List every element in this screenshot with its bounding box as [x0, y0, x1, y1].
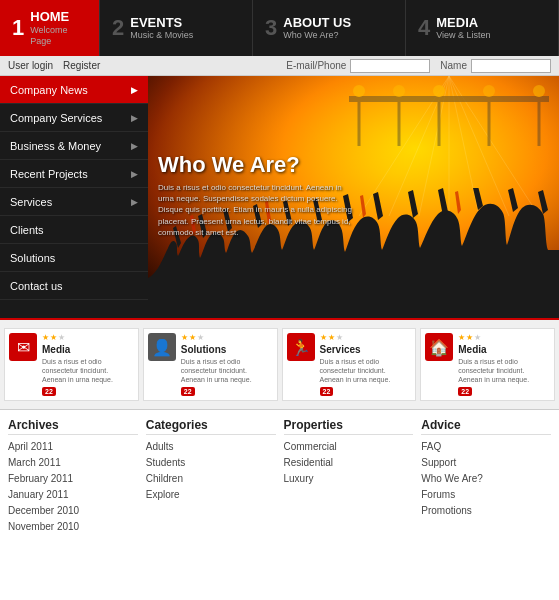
- nav-home[interactable]: 1 HOME Welcome Page: [0, 0, 100, 56]
- solutions-badge: 22: [181, 387, 195, 396]
- icon-box-services: 🏃 ★ ★ ★ Services Duis a risus et odio co…: [282, 328, 417, 401]
- archives-link-november[interactable]: November 2010: [8, 519, 138, 535]
- star-1: ★: [458, 333, 465, 342]
- footer-properties: Properties Commercial Residential Luxury: [284, 418, 414, 535]
- archives-link-january[interactable]: January 2011: [8, 487, 138, 503]
- email-input[interactable]: [350, 59, 430, 73]
- categories-link-children[interactable]: Children: [146, 471, 276, 487]
- categories-link-adults[interactable]: Adults: [146, 439, 276, 455]
- icon-box-media2-title: Media: [458, 344, 550, 355]
- archives-title: Archives: [8, 418, 138, 435]
- advice-link-whoweare[interactable]: Who We Are?: [421, 471, 551, 487]
- properties-link-residential[interactable]: Residential: [284, 455, 414, 471]
- advice-link-support[interactable]: Support: [421, 455, 551, 471]
- archives-link-april[interactable]: April 2011: [8, 439, 138, 455]
- icon-box-media2-text: Duis a risus et odio consectetur tincidu…: [458, 357, 550, 384]
- sidebar-label-clients: Clients: [10, 224, 44, 236]
- sidebar-item-business-money[interactable]: Business & Money ▶: [0, 132, 148, 160]
- star-1: ★: [42, 333, 49, 342]
- name-label: Name: [440, 60, 467, 71]
- stars-services: ★ ★ ★: [320, 333, 412, 342]
- media-badge: 22: [42, 387, 56, 396]
- archives-link-december[interactable]: December 2010: [8, 503, 138, 519]
- nav-events-number: 2: [112, 17, 124, 39]
- nav-home-number: 1: [12, 17, 24, 39]
- sidebar-item-company-services[interactable]: Company Services ▶: [0, 104, 148, 132]
- main-layout: Company News ▶ Company Services ▶ Busine…: [0, 76, 559, 318]
- chevron-right-icon: ▶: [131, 141, 138, 151]
- icon-box-solutions: 👤 ★ ★ ★ Solutions Duis a risus et odio c…: [143, 328, 278, 401]
- home-icon: 🏠: [425, 333, 453, 361]
- icon-box-services-title: Services: [320, 344, 412, 355]
- nav-media-title: MEDIA: [436, 15, 490, 31]
- register-link[interactable]: Register: [63, 60, 100, 71]
- stars-media: ★ ★ ★: [42, 333, 134, 342]
- nav-media[interactable]: 4 MEDIA View & Listen: [406, 0, 559, 56]
- hero-text-block: Who We Are? Duis a risus et odio consect…: [158, 152, 358, 238]
- sidebar-item-company-news[interactable]: Company News ▶: [0, 76, 148, 104]
- nav-media-subtitle: View & Listen: [436, 30, 490, 41]
- email-group: E-mail/Phone: [286, 59, 430, 73]
- person-icon: 👤: [148, 333, 176, 361]
- star-2: ★: [50, 333, 57, 342]
- name-input[interactable]: [471, 59, 551, 73]
- footer-columns: Archives April 2011 March 2011 February …: [0, 410, 559, 539]
- sidebar-label-company-services: Company Services: [10, 112, 102, 124]
- star-3: ★: [474, 333, 481, 342]
- nav-events-subtitle: Music & Movies: [130, 30, 193, 41]
- properties-link-luxury[interactable]: Luxury: [284, 471, 414, 487]
- footer-advice: Advice FAQ Support Who We Are? Forums Pr…: [421, 418, 551, 535]
- star-2: ★: [189, 333, 196, 342]
- properties-title: Properties: [284, 418, 414, 435]
- icon-box-solutions-text: Duis a risus et odio consectetur tincidu…: [181, 357, 273, 384]
- star-3: ★: [336, 333, 343, 342]
- nav-home-title: HOME: [30, 9, 87, 25]
- footer-categories: Categories Adults Students Children Expl…: [146, 418, 276, 535]
- nav-media-number: 4: [418, 17, 430, 39]
- sidebar-label-recent-projects: Recent Projects: [10, 168, 88, 180]
- nav-about-number: 3: [265, 17, 277, 39]
- chevron-right-icon: ▶: [131, 197, 138, 207]
- star-1: ★: [320, 333, 327, 342]
- advice-link-faq[interactable]: FAQ: [421, 439, 551, 455]
- sidebar: Company News ▶ Company Services ▶ Busine…: [0, 76, 148, 318]
- svg-point-17: [533, 85, 545, 97]
- user-login-link[interactable]: User login: [8, 60, 53, 71]
- hero-section: Who We Are? Duis a risus et odio consect…: [148, 76, 559, 318]
- sidebar-item-recent-projects[interactable]: Recent Projects ▶: [0, 160, 148, 188]
- advice-title: Advice: [421, 418, 551, 435]
- icon-box-services-text: Duis a risus et odio consectetur tincidu…: [320, 357, 412, 384]
- nav-about-title: ABOUT US: [283, 15, 351, 31]
- hero-title: Who We Are?: [158, 152, 358, 178]
- nav-home-subtitle: Welcome Page: [30, 25, 87, 47]
- nav-events[interactable]: 2 EVENTS Music & Movies: [100, 0, 253, 56]
- star-3: ★: [58, 333, 65, 342]
- advice-link-forums[interactable]: Forums: [421, 487, 551, 503]
- star-1: ★: [181, 333, 188, 342]
- svg-point-14: [393, 85, 405, 97]
- runner-icon: 🏃: [287, 333, 315, 361]
- star-2: ★: [328, 333, 335, 342]
- icon-box-media: ✉ ★ ★ ★ Media Duis a risus et odio conse…: [4, 328, 139, 401]
- nav-about[interactable]: 3 ABOUT US Who We Are?: [253, 0, 406, 56]
- archives-link-february[interactable]: February 2011: [8, 471, 138, 487]
- properties-link-commercial[interactable]: Commercial: [284, 439, 414, 455]
- categories-link-students[interactable]: Students: [146, 455, 276, 471]
- stars-solutions: ★ ★ ★: [181, 333, 273, 342]
- categories-link-explore[interactable]: Explore: [146, 487, 276, 503]
- categories-title: Categories: [146, 418, 276, 435]
- svg-point-15: [433, 85, 445, 97]
- sidebar-item-services[interactable]: Services ▶: [0, 188, 148, 216]
- star-2: ★: [466, 333, 473, 342]
- icon-box-services-content: ★ ★ ★ Services Duis a risus et odio cons…: [320, 333, 412, 396]
- sidebar-item-contact[interactable]: Contact us: [0, 272, 148, 300]
- nav-about-subtitle: Who We Are?: [283, 30, 351, 41]
- advice-link-promotions[interactable]: Promotions: [421, 503, 551, 519]
- sidebar-item-clients[interactable]: Clients: [0, 216, 148, 244]
- icon-box-media-title: Media: [42, 344, 134, 355]
- hero-description: Duis a risus et odio consectetur tincidu…: [158, 182, 358, 238]
- sidebar-item-solutions[interactable]: Solutions: [0, 244, 148, 272]
- utility-bar: User login Register E-mail/Phone Name: [0, 56, 559, 76]
- archives-link-march[interactable]: March 2011: [8, 455, 138, 471]
- email-label: E-mail/Phone: [286, 60, 346, 71]
